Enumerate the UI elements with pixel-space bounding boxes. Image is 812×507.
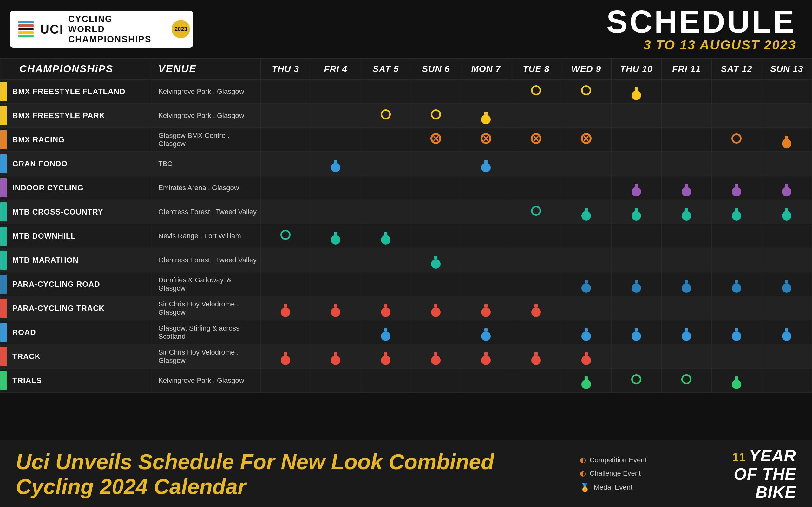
- event-cell-fri11: [661, 296, 711, 320]
- event-cell-wed9: [561, 176, 611, 200]
- event-cell-mon7: [461, 79, 511, 104]
- venue-cell: Glentress Forest . Tweed Valley: [152, 248, 260, 272]
- event-cell-fri11: [661, 320, 711, 344]
- sport-label: PARA-CYCLING ROAD: [7, 280, 100, 289]
- event-cell-tue8: [511, 128, 561, 152]
- event-cell-fri11: [661, 104, 711, 128]
- sport-label: PARA-CYCLING TRACK: [7, 304, 105, 313]
- competition-label: Competition Event: [590, 456, 647, 464]
- year-badge: 2023: [171, 20, 190, 38]
- sport-label: ROAD: [7, 328, 36, 337]
- event-cell-mon7: [461, 320, 511, 344]
- event-cell-sat5: [361, 128, 411, 152]
- event-cell-sun13: [762, 320, 812, 344]
- event-cell-fri4: [310, 369, 361, 393]
- event-cell-sun13: [762, 272, 812, 296]
- event-cell-thu10: [611, 200, 661, 224]
- event-cell-wed9: [561, 320, 611, 344]
- sport-name-cell: MTB CROSS-COUNTRY: [0, 200, 152, 224]
- col-venue-header: VENUE: [152, 59, 260, 79]
- event-cell-tue8: [511, 104, 561, 128]
- event-cell-sun13: [762, 104, 812, 128]
- sport-label: INDOOR CYCLING: [7, 183, 84, 192]
- event-cell-fri4: [310, 248, 361, 272]
- event-cell-sat12: [711, 344, 762, 369]
- event-cell-thu10: [611, 104, 661, 128]
- event-cell-sat5: [361, 152, 411, 176]
- uci-text-block: UCI: [40, 23, 64, 36]
- event-cell-mon7: [461, 272, 511, 296]
- sport-name-cell: BMX FREESTYLE PARK: [0, 104, 152, 128]
- event-cell-wed9: [561, 152, 611, 176]
- event-cell-fri4: [310, 296, 361, 320]
- glasgow-block: 2023 GLASGOW SCOTLAND: [171, 20, 255, 39]
- sport-label: TRACK: [7, 352, 41, 361]
- table-row: TRIALS Kelvingrove Park . Glasgow: [0, 369, 812, 393]
- venue-cell: Sir Chris Hoy Velodrome . Glasgow: [152, 344, 260, 369]
- event-cell-fri4: [310, 344, 361, 369]
- event-cell-sat5: [361, 344, 411, 369]
- event-cell-fri4: [310, 104, 361, 128]
- event-cell-thu3: [260, 200, 310, 224]
- event-cell-fri11: [661, 79, 711, 104]
- event-cell-sun13: [762, 152, 812, 176]
- schedule-dates: 3 TO 13 AUGUST 2023: [606, 38, 796, 53]
- event-cell-mon7: [461, 344, 511, 369]
- event-cell-thu10: [611, 248, 661, 272]
- sport-name-cell: PARA-CYCLING ROAD: [0, 272, 152, 296]
- schedule-main: SCHEDULE: [606, 6, 796, 38]
- uci-cycling-block: CYCLING WORLD CHAMPIONSHIPS: [68, 14, 151, 44]
- sport-name-cell: ROAD: [0, 320, 152, 344]
- event-cell-sat5: [361, 79, 411, 104]
- event-cell-tue8: [511, 224, 561, 248]
- event-cell-sat12: [711, 79, 762, 104]
- event-cell-sat5: [361, 248, 411, 272]
- event-cell-thu3: [260, 152, 310, 176]
- bottom-title-line1: Uci Unveils Schedule For New Look Combin…: [16, 449, 494, 474]
- table-row: ROAD Glasgow, Stirling & across Scotland: [0, 320, 812, 344]
- event-cell-sat12: [711, 272, 762, 296]
- event-cell-mon7: [461, 369, 511, 393]
- event-cell-sun6: [411, 224, 461, 248]
- schedule-table: CHAMPIONSHiPS VENUE THU 3 FRI 4 SAT 5 SU…: [0, 58, 812, 393]
- event-cell-sat5: [361, 296, 411, 320]
- event-cell-thu3: [260, 296, 310, 320]
- venue-cell: Kelvingrove Park . Glasgow: [152, 104, 260, 128]
- event-cell-fri4: [310, 176, 361, 200]
- col-tue8: TUE 8: [511, 59, 561, 79]
- event-cell-sun13: [762, 296, 812, 320]
- event-cell-sat12: [711, 369, 762, 393]
- event-cell-sun6: [411, 104, 461, 128]
- col-sat12: SAT 12: [711, 59, 762, 79]
- sport-name-cell: BMX FREESTYLE FLATLAND: [0, 79, 152, 104]
- event-cell-sat12: [711, 224, 762, 248]
- schedule-title-block: SCHEDULE 3 TO 13 AUGUST 2023: [606, 6, 796, 53]
- challenge-icon: ◐: [580, 469, 586, 477]
- event-cell-fri11: [661, 224, 711, 248]
- event-cell-sun13: [762, 369, 812, 393]
- venue-cell: Nevis Range . Fort William: [152, 224, 260, 248]
- table-row: PARA-CYCLING TRACK Sir Chris Hoy Velodro…: [0, 296, 812, 320]
- event-cell-sun6: [411, 344, 461, 369]
- event-cell-mon7: [461, 224, 511, 248]
- table-row: PARA-CYCLING ROAD Dumfries & Galloway, &…: [0, 272, 812, 296]
- event-cell-sat5: [361, 104, 411, 128]
- col-thu3: THU 3: [260, 59, 310, 79]
- venue-cell: Emirates Arena . Glasgow: [152, 176, 260, 200]
- event-cell-sat12: [711, 152, 762, 176]
- event-cell-fri4: [310, 272, 361, 296]
- sport-label: MTB DOWNHILL: [7, 232, 76, 240]
- table-row: MTB DOWNHILL Nevis Range . Fort William: [0, 224, 812, 248]
- event-cell-sat12: [711, 248, 762, 272]
- event-cell-thu10: [611, 369, 661, 393]
- table-row: INDOOR CYCLING Emirates Arena . Glasgow: [0, 176, 812, 200]
- col-mon7: MON 7: [461, 59, 511, 79]
- event-cell-mon7: [461, 128, 511, 152]
- event-cell-sun13: [762, 79, 812, 104]
- event-cell-thu3: [260, 369, 310, 393]
- event-cell-thu3: [260, 79, 310, 104]
- event-cell-tue8: [511, 369, 561, 393]
- bottom-title-line2: Cycling 2024 Calendar: [16, 474, 494, 499]
- venue-cell: Glasgow, Stirling & across Scotland: [152, 320, 260, 344]
- event-cell-mon7: [461, 296, 511, 320]
